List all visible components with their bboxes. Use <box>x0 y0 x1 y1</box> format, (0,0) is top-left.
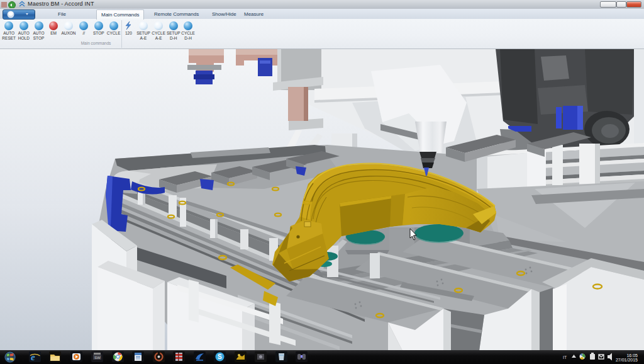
svg-text:SW: SW <box>94 356 101 360</box>
svg-text:e: e <box>31 352 35 362</box>
svg-text:S: S <box>218 353 222 360</box>
svg-text:IT: IT <box>563 355 567 360</box>
